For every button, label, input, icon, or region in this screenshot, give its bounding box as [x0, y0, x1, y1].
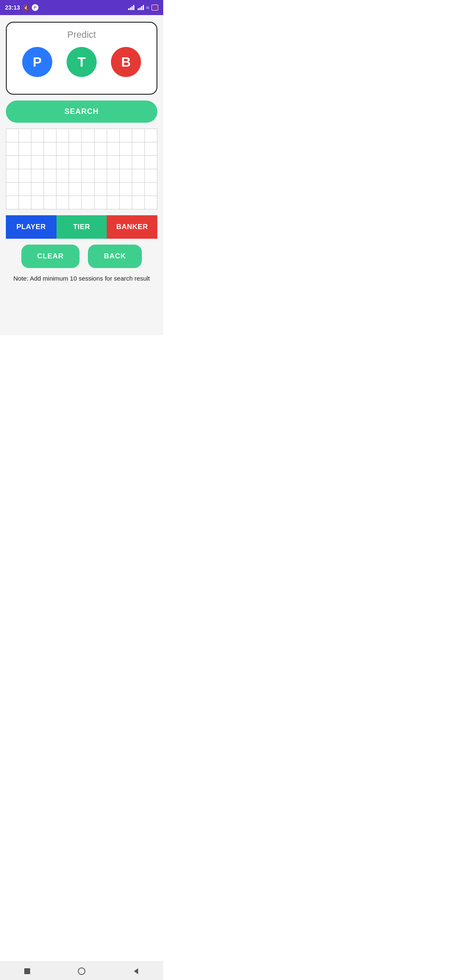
grid-cell[interactable]	[69, 156, 82, 169]
grid-cell[interactable]	[31, 142, 44, 156]
main-content: Predict P T B SEARCH PLAYER TIER BANKER …	[0, 15, 163, 335]
grid-cell[interactable]	[44, 169, 56, 183]
grid-cell[interactable]	[107, 129, 119, 142]
predict-title: Predict	[15, 29, 148, 40]
status-right: ≈ 14	[128, 4, 158, 11]
grid-cell[interactable]	[94, 156, 107, 169]
grid-cell[interactable]	[82, 156, 94, 169]
grid-cell[interactable]	[132, 183, 144, 196]
grid-cell[interactable]	[107, 183, 119, 196]
grid-cell[interactable]	[144, 183, 157, 196]
search-button[interactable]: SEARCH	[6, 101, 157, 123]
grid-cell[interactable]	[94, 129, 107, 142]
grid-cell[interactable]	[44, 142, 56, 156]
grid-cell[interactable]	[19, 129, 31, 142]
grid-cell[interactable]	[56, 129, 69, 142]
circle-player-label: P	[33, 54, 41, 70]
result-buttons: PLAYER TIER BANKER	[6, 215, 157, 239]
grid-cell[interactable]	[6, 169, 19, 183]
grid-cell[interactable]	[69, 169, 82, 183]
back-btn[interactable]: BACK	[88, 245, 142, 268]
grid-cell[interactable]	[19, 156, 31, 169]
grid-cell[interactable]	[6, 196, 19, 209]
grid-cell[interactable]	[56, 156, 69, 169]
grid-cell[interactable]	[69, 129, 82, 142]
circle-tier-label: T	[77, 54, 86, 70]
status-time: 23:13	[5, 4, 20, 11]
grid-cell[interactable]	[94, 169, 107, 183]
grid-cell[interactable]	[119, 142, 132, 156]
grid-cell[interactable]	[31, 169, 44, 183]
grid-cell[interactable]	[119, 169, 132, 183]
signal-bars-1	[128, 5, 134, 10]
grid-cell[interactable]	[119, 196, 132, 209]
battery-icon: 14	[152, 5, 158, 10]
media-icon: P	[32, 4, 39, 11]
grid-cell[interactable]	[144, 156, 157, 169]
grid-cell[interactable]	[107, 196, 119, 209]
grid-cell[interactable]	[19, 183, 31, 196]
grid-cell[interactable]	[69, 183, 82, 196]
circle-tier[interactable]: T	[67, 47, 97, 77]
grid-cell[interactable]	[56, 142, 69, 156]
circle-banker[interactable]: B	[111, 47, 141, 77]
grid-cell[interactable]	[56, 183, 69, 196]
grid-cell[interactable]	[132, 169, 144, 183]
grid-cell[interactable]	[44, 196, 56, 209]
note-text: Note: Add minimum 10 sessions for search…	[6, 275, 157, 282]
grid-cell[interactable]	[107, 156, 119, 169]
grid-cell[interactable]	[44, 156, 56, 169]
grid-cell[interactable]	[144, 196, 157, 209]
grid-cell[interactable]	[94, 183, 107, 196]
mute-icon: 🔇	[23, 5, 29, 11]
grid-cell[interactable]	[69, 142, 82, 156]
predict-box: Predict P T B	[6, 22, 157, 95]
player-result-btn[interactable]: PLAYER	[6, 215, 56, 239]
grid-cell[interactable]	[82, 196, 94, 209]
grid-cell[interactable]	[31, 156, 44, 169]
circle-player[interactable]: P	[22, 47, 52, 77]
predict-circles: P T B	[15, 47, 148, 77]
grid-cell[interactable]	[44, 183, 56, 196]
banker-result-btn[interactable]: BANKER	[107, 215, 157, 239]
grid-cell[interactable]	[107, 169, 119, 183]
grid-cell[interactable]	[69, 196, 82, 209]
grid-cell[interactable]	[132, 196, 144, 209]
circle-banker-label: B	[121, 54, 131, 70]
grid-cell[interactable]	[56, 196, 69, 209]
grid-cell[interactable]	[6, 129, 19, 142]
grid-cell[interactable]	[6, 183, 19, 196]
status-bar: 23:13 🔇 P ≈ 14	[0, 0, 163, 15]
grid-cell[interactable]	[44, 129, 56, 142]
grid-cell[interactable]	[31, 183, 44, 196]
grid-cell[interactable]	[6, 142, 19, 156]
grid-cell[interactable]	[82, 183, 94, 196]
grid-cell[interactable]	[19, 169, 31, 183]
tier-result-btn[interactable]: TIER	[56, 215, 107, 239]
grid-cell[interactable]	[6, 156, 19, 169]
grid-cell[interactable]	[107, 142, 119, 156]
action-buttons: CLEAR BACK	[6, 245, 157, 268]
grid-cell[interactable]	[31, 196, 44, 209]
grid-cell[interactable]	[94, 196, 107, 209]
grid-cell[interactable]	[31, 129, 44, 142]
grid-cell[interactable]	[82, 169, 94, 183]
grid-cell[interactable]	[19, 196, 31, 209]
grid-cell[interactable]	[132, 142, 144, 156]
grid-cell[interactable]	[82, 142, 94, 156]
wifi-icon: ≈	[146, 4, 149, 11]
grid-cell[interactable]	[19, 142, 31, 156]
grid-cell[interactable]	[94, 142, 107, 156]
grid-cell[interactable]	[144, 169, 157, 183]
grid-cell[interactable]	[132, 156, 144, 169]
grid-cell[interactable]	[119, 183, 132, 196]
grid-cell[interactable]	[56, 169, 69, 183]
grid-cell[interactable]	[119, 156, 132, 169]
clear-btn[interactable]: CLEAR	[21, 245, 80, 268]
grid-cell[interactable]	[82, 129, 94, 142]
grid-cell[interactable]	[119, 129, 132, 142]
status-left: 23:13 🔇 P	[5, 4, 39, 11]
grid-cell[interactable]	[144, 129, 157, 142]
grid-cell[interactable]	[144, 142, 157, 156]
grid-cell[interactable]	[132, 129, 144, 142]
